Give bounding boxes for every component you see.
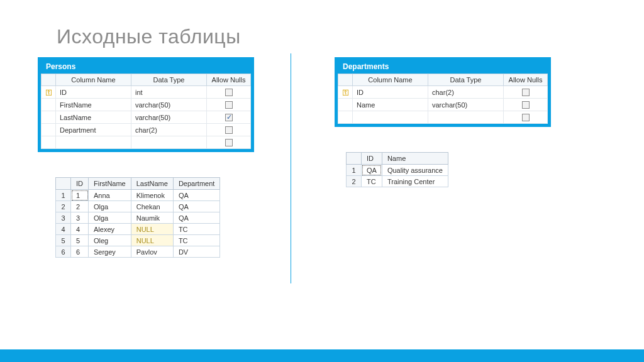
data-type-cell[interactable]: varchar(50) [131,99,207,111]
table-row[interactable]: 44AlexeyNULLTC [56,224,220,235]
lastname-cell[interactable]: Pavlov [131,246,173,258]
allow-nulls-cell[interactable] [504,99,548,111]
department-header[interactable]: Department [173,178,219,190]
id-header[interactable]: ID [71,178,89,190]
allow-nulls-cell[interactable] [207,136,251,149]
data-type-cell[interactable]: int [131,86,207,99]
row-number-cell[interactable]: 1 [56,190,71,201]
department-cell[interactable]: QA [173,201,219,212]
row-number-cell[interactable]: 5 [56,235,71,246]
lastname-header[interactable]: LastName [131,178,173,190]
schema-row[interactable]: ⚿IDint [42,86,251,99]
schema-header-row: Column Name Data Type Allow Nulls [42,74,251,86]
lastname-cell[interactable]: NULL [131,235,173,246]
allow-nulls-checkbox[interactable] [522,114,530,121]
row-number-cell[interactable]: 1 [347,165,362,176]
table-row[interactable]: 33OlgaNaumikQA [56,212,220,224]
allow-nulls-cell[interactable] [207,111,251,124]
table-row[interactable]: 2TCTraining Center [347,176,448,187]
allow-nulls-cell[interactable] [207,99,251,111]
firstname-cell[interactable]: Olga [89,201,131,212]
allow-nulls-checkbox[interactable] [225,114,233,121]
row-number-cell[interactable]: 2 [347,176,362,187]
allow-nulls-checkbox[interactable] [225,126,233,134]
allow-nulls-checkbox[interactable] [522,89,530,96]
id-header[interactable]: ID [362,153,382,165]
allow-nulls-checkbox[interactable] [225,139,233,146]
id-cell[interactable]: 2 [71,201,89,212]
allow-nulls-checkbox[interactable] [225,89,233,96]
column-name-cell[interactable]: Name [353,99,428,111]
column-name-cell[interactable] [353,111,428,124]
department-cell[interactable]: QA [173,212,219,224]
table-row[interactable]: 22OlgaChekanQA [56,201,220,212]
departments-data-grid[interactable]: ID Name 1QAQuality assurance2TCTraining … [346,152,448,187]
id-cell[interactable]: 6 [71,246,89,258]
data-type-cell[interactable] [428,111,504,124]
row-number-cell[interactable]: 4 [56,224,71,235]
department-cell[interactable]: TC [173,224,219,235]
row-number-cell[interactable]: 6 [56,246,71,258]
id-cell[interactable]: QA [362,165,382,176]
data-type-cell[interactable]: char(2) [428,86,504,99]
schema-row[interactable]: Namevarchar(50) [338,99,548,111]
firstname-cell[interactable]: Sergey [89,246,131,258]
lastname-cell[interactable]: Chekan [131,201,173,212]
schema-row[interactable]: Departmentchar(2) [42,124,251,136]
department-cell[interactable]: DV [173,246,219,258]
department-cell[interactable]: QA [173,190,219,201]
column-name-cell[interactable]: FirstName [56,99,131,111]
table-row[interactable]: 11AnnaKlimenokQA [56,190,220,201]
column-name-cell[interactable]: ID [56,86,131,99]
firstname-header[interactable]: FirstName [89,178,131,190]
lastname-cell[interactable]: Naumik [131,212,173,224]
key-cell: ⚿ [42,86,56,99]
column-name-cell[interactable] [56,136,131,149]
allow-nulls-checkbox[interactable] [522,101,530,109]
table-row[interactable]: 1QAQuality assurance [347,165,448,176]
allow-nulls-cell[interactable] [207,124,251,136]
name-header[interactable]: Name [382,153,448,165]
id-cell[interactable]: 4 [71,224,89,235]
id-cell[interactable]: TC [362,176,382,187]
schema-row[interactable] [338,111,548,124]
firstname-cell[interactable]: Oleg [89,235,131,246]
data-type-cell[interactable]: varchar(50) [428,99,504,111]
firstname-cell[interactable]: Alexey [89,224,131,235]
departments-schema-table[interactable]: Column Name Data Type Allow Nulls ⚿IDcha… [338,74,548,124]
column-name-cell[interactable]: ID [353,86,428,99]
id-cell[interactable]: 3 [71,212,89,224]
allow-nulls-cell[interactable] [504,111,548,124]
column-name-cell[interactable]: Department [56,124,131,136]
lastname-cell[interactable]: Klimenok [131,190,173,201]
data-type-cell[interactable]: char(2) [131,124,207,136]
data-type-cell[interactable] [131,136,207,149]
schema-row[interactable]: FirstNamevarchar(50) [42,99,251,111]
name-cell[interactable]: Training Center [382,176,448,187]
row-number-cell[interactable]: 2 [56,201,71,212]
name-cell[interactable]: Quality assurance [382,165,448,176]
allow-nulls-cell[interactable] [207,86,251,99]
id-cell[interactable]: 1 [71,190,89,201]
table-row[interactable]: 55OlegNULLTC [56,235,220,246]
allow-nulls-cell[interactable] [504,86,548,99]
department-cell[interactable]: TC [173,235,219,246]
firstname-cell[interactable]: Olga [89,212,131,224]
primary-key-icon: ⚿ [342,89,348,96]
id-cell[interactable]: 5 [71,235,89,246]
data-type-cell[interactable]: varchar(50) [131,111,207,124]
persons-data-grid[interactable]: ID FirstName LastName Department 11AnnaK… [55,177,220,258]
schema-row[interactable] [42,136,251,149]
lastname-cell[interactable]: NULL [131,224,173,235]
allow-nulls-checkbox[interactable] [225,101,233,109]
allownulls-header: Allow Nulls [504,74,548,86]
persons-schema-panel: Persons Column Name Data Type Allow Null… [38,57,254,152]
colname-header: Column Name [353,74,428,86]
firstname-cell[interactable]: Anna [89,190,131,201]
schema-row[interactable]: ⚿IDchar(2) [338,86,548,99]
row-number-cell[interactable]: 3 [56,212,71,224]
table-row[interactable]: 66SergeyPavlovDV [56,246,220,258]
schema-row[interactable]: LastNamevarchar(50) [42,111,251,124]
persons-schema-table[interactable]: Column Name Data Type Allow Nulls ⚿IDint… [41,74,251,149]
column-name-cell[interactable]: LastName [56,111,131,124]
